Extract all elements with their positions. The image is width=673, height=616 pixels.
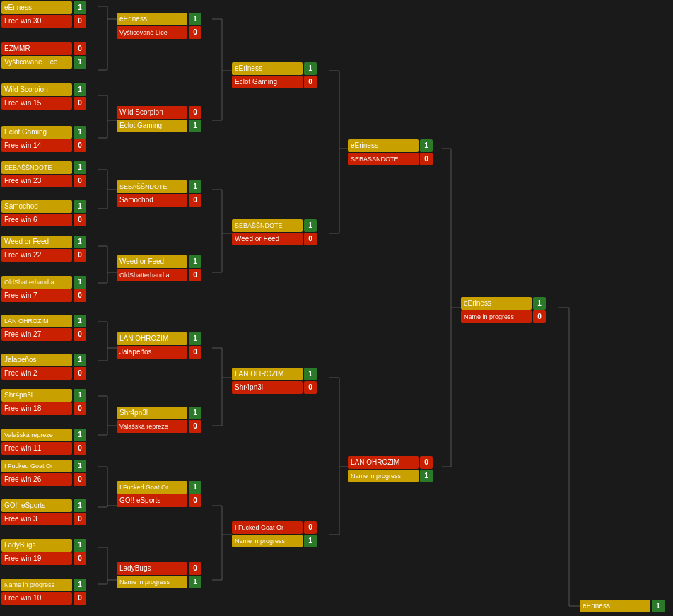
team-name: Name in progress — [461, 310, 532, 323]
team-name: SEBAŠŠNDOTE — [117, 180, 187, 193]
team-name: I Fucked Goat Or — [117, 481, 187, 494]
score: 1 — [304, 368, 317, 380]
final-match: eEriness 1 — [580, 600, 665, 613]
team-name: Free win 10 — [1, 592, 72, 605]
r2-m4-t1: Weed or Feed 1 — [117, 255, 201, 268]
r1-match5: SEBAŠŠNDOTE 1 Free win 23 0 — [1, 161, 86, 188]
r1-m1-t1: eEriness 1 — [1, 1, 86, 14]
r4-m2-t1: LAN OHROZIM 0 — [348, 456, 433, 469]
score: 0 — [189, 420, 201, 433]
team-name: OldShatterhand a — [117, 269, 187, 281]
score: 1 — [420, 139, 433, 152]
score: 1 — [652, 600, 665, 612]
team-name: Shr4pn3l — [1, 389, 72, 402]
team-name: Wild Scorpion — [1, 83, 72, 96]
r1-m5-t1: SEBAŠŠNDOTE 1 — [1, 161, 86, 174]
team-name: eEriness — [117, 13, 187, 25]
team-name: Shr4pn3l — [117, 407, 187, 419]
team-name: SEBAŠŠNDOTE — [232, 219, 303, 232]
score: 0 — [189, 26, 201, 39]
score: 0 — [74, 367, 86, 380]
r1-m7-t2: Free win 22 0 — [1, 249, 86, 262]
r1-m14-t2: Free win 3 0 — [1, 513, 86, 525]
team-name: eEriness — [1, 1, 72, 14]
r1-m10-t2: Free win 2 0 — [1, 367, 86, 380]
r1-match2: EZMMR 0 Vyšticované Líce 1 — [1, 42, 86, 69]
score: 1 — [74, 276, 86, 289]
team-name: GO!! eSports — [1, 499, 72, 512]
r2-match8: LadyBugs 0 Name in progress 1 — [117, 562, 201, 589]
r1-m15-t1: LadyBugs 1 — [1, 539, 86, 552]
r2-m7-t1: I Fucked Goat Or 1 — [117, 481, 201, 494]
score: 0 — [74, 402, 86, 415]
team-name: Name in progress — [232, 535, 303, 547]
r1-m9-t1: LAN OHROZIM 1 — [1, 315, 86, 327]
r3-m3-t1: LAN OHROZIM 1 — [232, 368, 317, 380]
r3-m4-t1: I Fucked Goat Or 0 — [232, 521, 317, 534]
team-name: Shr4pn3l — [232, 381, 303, 394]
r1-m2-t1: EZMMR 0 — [1, 42, 86, 55]
team-name: LAN OHROZIM — [232, 368, 303, 380]
r3-m4-t2: Name in progress 1 — [232, 535, 317, 547]
r1-m12-t2: Free win 11 0 — [1, 442, 86, 455]
team-name: Free win 6 — [1, 214, 72, 226]
r2-m7-t2: GO!! eSports 0 — [117, 494, 201, 507]
r5-m1-t1: eEriness 1 — [461, 297, 546, 310]
team-name: GO!! eSports — [117, 494, 187, 507]
score: 1 — [304, 219, 317, 232]
team-name: Wild Scorpion — [117, 106, 187, 119]
r2-match2: Wild Scorpion 0 Eclot Gaming 1 — [117, 106, 201, 133]
r2-m1-t2: Vyšticované Líce 0 — [117, 26, 201, 39]
team-name: Name in progress — [1, 579, 72, 591]
score: 0 — [189, 106, 201, 119]
r1-m15-t2: Free win 19 0 — [1, 552, 86, 565]
r2-match5: LAN OHROZIM 1 Jalapeños 0 — [117, 332, 201, 359]
score: 0 — [74, 15, 86, 28]
r3-match3: LAN OHROZIM 1 Shr4pn3l 0 — [232, 368, 317, 395]
team-name: Free win 11 — [1, 442, 72, 455]
score: 1 — [74, 315, 86, 327]
r2-m6-t2: Valašská repreze 0 — [117, 420, 201, 433]
team-name: I Fucked Goat Or — [232, 521, 303, 534]
r1-match3: Wild Scorpion 1 Free win 15 0 — [1, 83, 86, 110]
score: 0 — [74, 249, 86, 262]
r1-m7-t1: Weed or Feed 1 — [1, 236, 86, 248]
r1-m4-t1: Eclot Gaming 1 — [1, 126, 86, 139]
score: 1 — [74, 354, 86, 366]
team-name: Vyšticované Líce — [1, 56, 72, 69]
team-name: SEBAŠŠNDOTE — [1, 161, 72, 174]
team-name: eEriness — [461, 297, 532, 310]
r2-m1-t1: eEriness 1 — [117, 13, 201, 25]
r1-match6: Samochod 1 Free win 6 0 — [1, 200, 86, 227]
r1-m1-t2: Free win 30 0 — [1, 15, 86, 28]
score: 1 — [74, 429, 86, 441]
team-name: Name in progress — [117, 576, 187, 588]
r2-match4: Weed or Feed 1 OldShatterhand a 0 — [117, 255, 201, 282]
team-name: Jalapeños — [1, 354, 72, 366]
r1-m12-t1: Valašská repreze 1 — [1, 429, 86, 441]
team-name: eEriness — [232, 62, 303, 75]
score: 0 — [74, 214, 86, 226]
r3-m1-t1: eEriness 1 — [232, 62, 317, 75]
r1-m16-t1: Name in progress 1 — [1, 579, 86, 591]
team-name: Free win 14 — [1, 139, 72, 152]
r1-m11-t2: Free win 18 0 — [1, 402, 86, 415]
r1-m6-t1: Samochod 1 — [1, 200, 86, 213]
r2-m6-t1: Shr4pn3l 1 — [117, 407, 201, 419]
team-name: Free win 22 — [1, 249, 72, 262]
score: 1 — [189, 255, 201, 268]
score: 1 — [74, 389, 86, 402]
score: 1 — [74, 499, 86, 512]
team-name: Weed or Feed — [117, 255, 187, 268]
r1-m3-t2: Free win 15 0 — [1, 97, 86, 110]
team-name: Weed or Feed — [232, 233, 303, 245]
r5-match1: eEriness 1 Name in progress 0 — [461, 297, 546, 324]
r3-m3-t2: Shr4pn3l 0 — [232, 381, 317, 394]
r3-m1-t2: Eclot Gaming 0 — [232, 76, 317, 88]
score: 1 — [74, 1, 86, 14]
score: 1 — [533, 297, 546, 310]
r1-match10: Jalapeños 1 Free win 2 0 — [1, 354, 86, 380]
r1-m16-t2: Free win 10 0 — [1, 592, 86, 605]
score: 1 — [74, 56, 86, 69]
r1-m5-t2: Free win 23 0 — [1, 175, 86, 187]
